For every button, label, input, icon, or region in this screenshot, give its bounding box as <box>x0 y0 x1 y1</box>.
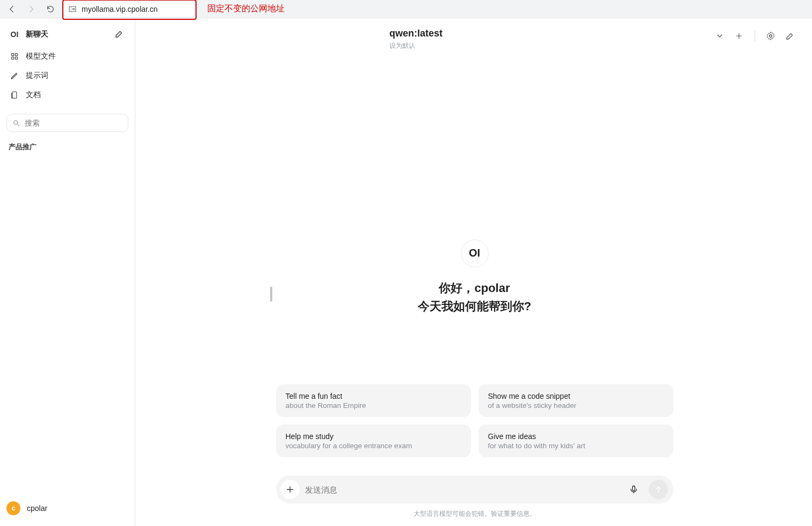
site-settings-icon[interactable] <box>68 4 77 14</box>
user-name: cpolar <box>27 504 47 513</box>
greeting-line1: 你好，cpolar <box>418 279 531 297</box>
attach-button[interactable] <box>280 480 300 499</box>
reload-button[interactable] <box>43 2 58 17</box>
arrow-left-icon <box>8 5 16 13</box>
back-button[interactable] <box>4 2 19 17</box>
suggestion-card[interactable]: Tell me a fun fact about the Roman Empir… <box>276 384 471 417</box>
suggestion-card[interactable]: Show me a code snippet of a website's st… <box>479 384 673 417</box>
suggestion-card[interactable]: Give me ideas for what to do with my kid… <box>479 425 673 457</box>
sidebar-item-docs[interactable]: 文档 <box>5 87 129 103</box>
sidebar-item-models[interactable]: 模型文件 <box>5 48 129 64</box>
svg-rect-2 <box>632 486 635 491</box>
docs-icon <box>10 90 19 100</box>
address-bar[interactable]: myollama.vip.cpolar.cn <box>62 2 197 17</box>
compose-icon[interactable] <box>114 29 125 40</box>
model-selector[interactable]: qwen:latest <box>389 28 443 39</box>
suggestion-title: Give me ideas <box>488 432 664 441</box>
chevron-down-icon[interactable] <box>714 30 726 42</box>
plus-icon <box>286 485 294 494</box>
header-actions <box>714 28 796 42</box>
suggestion-title: Tell me a fun fact <box>286 392 461 400</box>
suggestion-subtitle: about the Roman Empire <box>286 401 461 410</box>
sidebar-item-label: 模型文件 <box>26 52 56 61</box>
greeting-line2: 今天我如何能帮到你? <box>418 297 531 316</box>
svg-point-1 <box>770 35 772 38</box>
url-text: myollama.vip.cpolar.cn <box>82 5 158 13</box>
suggestion-grid: Tell me a fun fact about the Roman Empir… <box>276 384 673 457</box>
suggestion-card[interactable]: Help me study vocabulary for a college e… <box>276 425 471 457</box>
set-default-button[interactable]: 设为默认 <box>389 41 443 50</box>
model-name: qwen:latest <box>389 28 443 39</box>
disclaimer-text: 大型语言模型可能会犯错。验证重要信息。 <box>414 509 536 518</box>
search-input[interactable] <box>25 119 122 127</box>
forward-button[interactable] <box>24 2 39 17</box>
send-button[interactable] <box>649 480 668 499</box>
composer <box>276 476 673 503</box>
svg-point-0 <box>14 120 18 125</box>
settings-button[interactable] <box>765 30 777 42</box>
suggestion-title: Help me study <box>286 432 461 441</box>
sidebar-item-label: 文档 <box>26 90 41 100</box>
sidebar-item-newchat[interactable]: OI 新聊天 <box>5 26 129 43</box>
pen-icon <box>10 71 19 81</box>
sidebar-nav-group: 模型文件 提示词 文档 <box>5 48 129 103</box>
add-model-button[interactable] <box>733 30 745 42</box>
sidebar-section-heading: 产品推广 <box>5 140 129 155</box>
arrow-right-icon <box>27 5 35 13</box>
avatar: c <box>6 501 20 515</box>
mic-icon <box>629 485 639 494</box>
sidebar-search[interactable] <box>6 114 128 132</box>
sidebar: OI 新聊天 模型文件 提示词 <box>0 18 135 526</box>
chat-header: qwen:latest 设为默认 <box>137 18 812 50</box>
message-input[interactable] <box>305 485 619 494</box>
greeting: 你好，cpolar 今天我如何能帮到你? <box>418 279 531 316</box>
suggestion-subtitle: vocabulary for a college entrance exam <box>286 442 461 450</box>
newchat-label: 新聊天 <box>26 30 48 39</box>
suggestion-subtitle: of a website's sticky header <box>488 401 664 410</box>
edit-chat-button[interactable] <box>784 30 796 42</box>
sidebar-user[interactable]: c cpolar <box>5 498 129 518</box>
arrow-up-icon <box>654 485 663 494</box>
suggestion-subtitle: for what to do with my kids' art <box>488 442 664 450</box>
mic-button[interactable] <box>624 480 643 499</box>
reload-icon <box>46 5 55 13</box>
sidebar-item-prompts[interactable]: 提示词 <box>5 68 129 84</box>
divider <box>755 30 755 42</box>
gear-icon <box>766 31 775 41</box>
main-panel: qwen:latest 设为默认 OI 你好，cpolar 今天我如何能帮到你?… <box>137 18 812 526</box>
browser-toolbar: myollama.vip.cpolar.cn 固定不变的公网地址 <box>0 0 812 18</box>
sidebar-item-label: 提示词 <box>26 71 48 81</box>
brand-bubble: OI <box>461 239 489 267</box>
edit-icon <box>785 31 795 41</box>
suggestion-title: Show me a code snippet <box>488 392 664 400</box>
brand-icon: OI <box>10 30 19 39</box>
grid-icon <box>10 52 19 61</box>
annotation-label: 固定不变的公网地址 <box>207 3 285 14</box>
search-icon <box>12 119 20 127</box>
